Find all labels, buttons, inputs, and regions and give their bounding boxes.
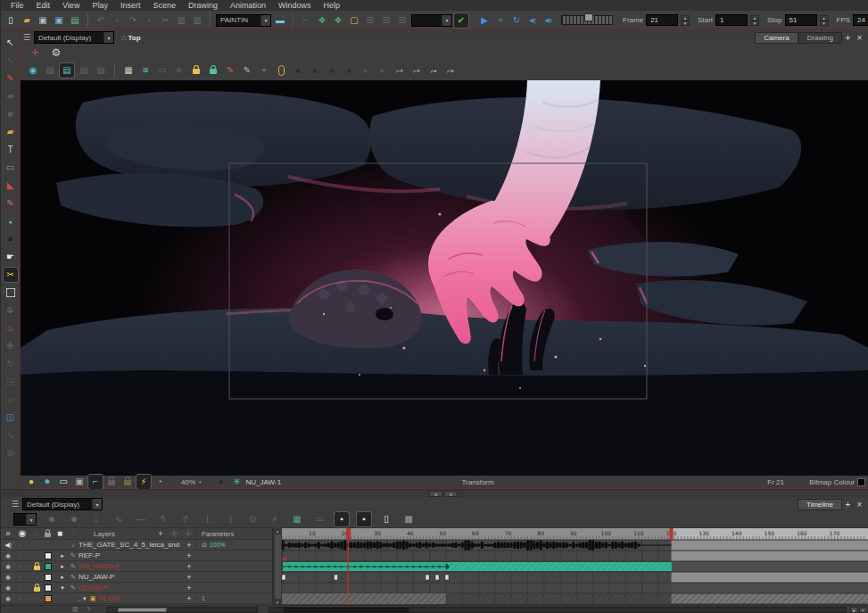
layer-thumb-icon[interactable]: ▫ [24,553,33,559]
reposition-tool-icon[interactable]: ◫ [4,410,18,425]
add-parameter-icon[interactable]: + [183,541,195,550]
skew-tool-icon[interactable]: ▱ [4,393,18,407]
flatten-icon[interactable]: — [134,512,148,526]
menu-item-view[interactable]: View [56,1,86,10]
pencil-red-icon[interactable]: ✎ [223,63,237,78]
twelve-field-icon[interactable]: ▭ [155,63,169,78]
close-gap-tool-icon[interactable]: ♧ [4,303,18,318]
menu-item-windows[interactable]: Windows [272,1,318,10]
layer-enable-icon[interactable]: ◉ [1,552,15,559]
layer-expand-icon[interactable]: ▸ [57,563,68,570]
layer-thumb-icon[interactable]: ▫ [24,585,33,591]
scrollbar-handle[interactable] [275,534,281,599]
scale-tool-icon[interactable]: ◳ [4,375,18,389]
add-view-icon[interactable]: + [842,499,854,510]
current-colour-icon[interactable]: ● [214,475,228,489]
layer-thumb-icon[interactable]: ▫ [24,564,33,569]
start-spinner[interactable]: ▴▾ [750,15,759,26]
new-scene-icon[interactable]: ▯ [4,13,18,28]
delete-layer-icon[interactable]: ☻ [67,512,81,526]
colour-art-mode-icon[interactable]: ◉ [26,63,40,78]
layer-lock-icon[interactable]: ▫ [33,553,42,559]
layer-expand-icon[interactable]: ⌞▾ [77,595,87,602]
create-curve-icon[interactable]: ∿ [112,512,126,526]
menu-item-animation[interactable]: Animation [224,1,272,10]
layer-lock-icon[interactable] [33,584,42,592]
fast-render-icon[interactable]: ⚡ [136,475,151,489]
tab-camera[interactable]: Camera [755,32,798,44]
palette-lock-icon[interactable] [104,475,119,489]
open-scene-icon[interactable]: ▰ [20,13,34,28]
tracks-grid[interactable]: 1020304050607080901001101201301401501601… [282,528,868,605]
add-drawing-layer-icon[interactable]: ☻ [45,512,59,526]
layers-hscrollbar[interactable] [106,607,258,613]
layer-row[interactable]: ◉▫▫▫▸✎REF-P+ [1,551,282,561]
add-parameter-icon[interactable]: + [183,551,195,560]
zoom-level[interactable]: 40% [181,478,195,486]
loop-icon[interactable]: ↻ [509,13,524,28]
matte-view-icon[interactable]: ▸ [376,63,390,78]
timeline-hscrollbar[interactable] [269,607,847,613]
light-bulb-icon[interactable]: ● [24,475,38,489]
layer-lock-icon[interactable]: ▫ [33,543,42,548]
set-ease-start-icon[interactable]: ⌊ [201,512,215,526]
stroke-tool-icon[interactable]: ● [4,214,18,228]
play-preview-icon[interactable]: ✦ [493,13,508,28]
add-view-icon[interactable]: + [842,32,854,44]
timeline-menu-icon[interactable]: ☰ [12,500,19,509]
character-view-icon[interactable]: ☻ [40,475,54,489]
zone-dropdown[interactable]: ▾ [411,14,452,27]
layer-colour-swatch[interactable] [42,563,54,570]
layer-enable-icon[interactable]: ◉ [1,595,15,602]
save-all-icon[interactable]: ▣ [52,13,66,28]
paint-pot-icon[interactable]: ♨ [4,321,18,335]
select-tool-icon[interactable]: ↖ [4,36,18,50]
timeline-view-dropdown[interactable]: ▾ [13,513,37,526]
enable-all-icon[interactable]: ◉ [15,526,29,541]
layer-thumb-icon[interactable]: ▫ [24,575,33,580]
colour-eyedropper-icon[interactable]: ● [4,232,18,246]
layer-row[interactable]: ◉▫▫▫▸✎NU_JAW-P+ [1,572,282,583]
remove-peg-icon[interactable]: ⌐× [443,63,458,78]
menu-item-drawing[interactable]: Drawing [182,1,224,10]
redo-menu-caret-icon[interactable]: ▾ [142,13,156,28]
collapse-up-button[interactable]: ∧ [429,491,442,497]
stop-input[interactable]: 51 [785,14,817,26]
show-waveform-icon[interactable]: ▯ [379,512,393,526]
hscroll-right-icon[interactable]: ▸ [850,607,858,613]
grid-snap-icon[interactable]: ⊞ [379,13,393,28]
volume-icon[interactable]: ◀) [525,13,540,28]
cutter-tool-icon[interactable]: ✂ [4,268,18,282]
layer-show-icon[interactable]: ▫ [15,553,24,559]
lock-all-icon[interactable] [44,529,53,538]
layer-expand-icon[interactable]: ▸ [57,574,68,581]
scene-lock-icon[interactable] [120,475,135,489]
camera-mask-icon[interactable]: ▸ [359,63,373,78]
spin-down-icon[interactable]: ▾ [681,21,690,26]
grid-icon[interactable]: ▦ [121,63,136,78]
onion-next2-icon[interactable]: ● [342,63,356,78]
save-icon[interactable]: ▣ [36,13,50,28]
menu-item-play[interactable]: Play [86,1,114,10]
layers-vertical-scrollbar[interactable]: ▴ ▾ [272,528,282,605]
settings-gear-icon[interactable]: ⚙ [49,46,63,60]
layer-lock-icon[interactable] [33,562,42,571]
layer-name[interactable]: THE_GATE_SC_4_5_leica_snd [79,541,183,549]
fps-input[interactable]: 24 [853,14,868,26]
add-layer-button[interactable]: + [154,529,167,538]
layer-expand-icon[interactable]: ▾ [57,584,68,592]
add-peg-icon[interactable]: ⌶ [89,512,103,526]
layer-name[interactable]: REF-P [79,551,183,559]
undo-icon[interactable]: ↶ [94,13,108,28]
frame-input[interactable]: 21 [646,14,678,26]
frame-tool-icon[interactable]: ▭ [4,161,18,175]
show-sound-icon[interactable]: ▪ [335,512,349,526]
display-selector-dropdown[interactable]: Default (Display) ▾ [34,31,114,44]
select-marquee-tool-icon[interactable] [4,286,18,300]
redo-icon[interactable]: ↷ [126,13,140,28]
scroll-up-icon[interactable]: ▴ [277,528,279,534]
layer-name[interactable]: NU_JAW-P [79,573,183,581]
set-ease-end-icon[interactable]: ⌋ [223,512,237,526]
add-parameter-icon[interactable]: + [183,584,195,592]
swatch-header-icon[interactable]: ■ [53,526,67,541]
